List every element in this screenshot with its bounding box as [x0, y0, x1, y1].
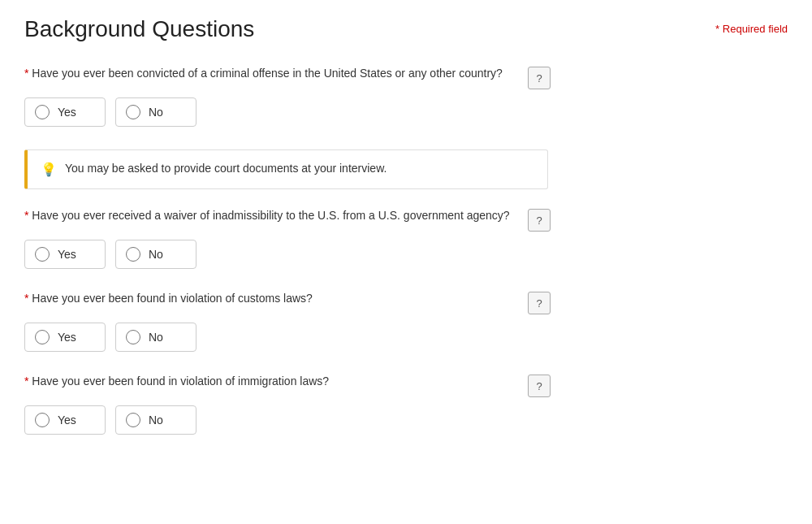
radio-input-no-1[interactable] — [126, 105, 140, 119]
radio-yes-label-4: Yes — [58, 414, 76, 427]
radio-no-4[interactable]: No — [115, 405, 197, 435]
radio-input-yes-3[interactable] — [35, 330, 50, 344]
radio-input-yes-2[interactable] — [35, 247, 50, 262]
lightbulb-icon: 💡 — [41, 162, 57, 177]
radio-yes-label-1: Yes — [58, 106, 76, 119]
question-block-1: * Have you ever been convicted of a crim… — [24, 67, 788, 127]
info-box: 💡 You may be asked to provide court docu… — [24, 149, 548, 189]
radio-yes-label-3: Yes — [58, 331, 76, 344]
question-label-2: Have you ever received a waiver of inadm… — [32, 209, 509, 222]
radio-input-yes-4[interactable] — [35, 413, 50, 427]
radio-yes-2[interactable]: Yes — [24, 240, 106, 269]
required-asterisk-3: * — [24, 292, 32, 305]
required-field-label: * Required field — [715, 23, 788, 35]
radio-no-label-1: No — [149, 106, 163, 119]
question-text-1: * Have you ever been convicted of a crim… — [24, 67, 520, 80]
question-block-3: * Have you ever been found in violation … — [24, 292, 788, 352]
question-label-3: Have you ever been found in violation of… — [32, 292, 313, 305]
required-asterisk-2: * — [24, 209, 32, 222]
help-button-3[interactable]: ? — [528, 292, 551, 314]
radio-yes-3[interactable]: Yes — [24, 323, 106, 352]
radio-group-3: Yes No — [24, 323, 788, 352]
help-button-2[interactable]: ? — [528, 209, 551, 232]
radio-group-1: Yes No — [24, 97, 788, 127]
radio-input-yes-1[interactable] — [35, 105, 50, 119]
radio-yes-label-2: Yes — [58, 248, 76, 261]
radio-no-2[interactable]: No — [115, 240, 197, 269]
radio-input-no-3[interactable] — [126, 330, 140, 344]
question-label-4: Have you ever been found in violation of… — [32, 375, 329, 388]
help-button-1[interactable]: ? — [528, 67, 551, 89]
radio-input-no-2[interactable] — [126, 247, 140, 262]
radio-no-label-2: No — [149, 248, 163, 261]
question-block-4: * Have you ever been found in violation … — [24, 375, 788, 435]
question-block-2: * Have you ever received a waiver of ina… — [24, 209, 788, 269]
radio-group-2: Yes No — [24, 240, 788, 269]
radio-yes-4[interactable]: Yes — [24, 405, 106, 435]
required-asterisk-4: * — [24, 375, 32, 388]
radio-input-no-4[interactable] — [126, 413, 140, 427]
radio-no-label-4: No — [149, 414, 163, 427]
required-asterisk-1: * — [24, 67, 32, 80]
page-title: Background Questions — [24, 16, 254, 42]
radio-no-1[interactable]: No — [115, 97, 197, 127]
info-box-text: You may be asked to provide court docume… — [65, 162, 387, 175]
radio-yes-1[interactable]: Yes — [24, 97, 106, 127]
question-text-3: * Have you ever been found in violation … — [24, 292, 520, 305]
question-text-4: * Have you ever been found in violation … — [24, 375, 520, 388]
question-label-1: Have you ever been convicted of a crimin… — [32, 67, 503, 80]
question-text-2: * Have you ever received a waiver of ina… — [24, 209, 520, 222]
radio-group-4: Yes No — [24, 405, 788, 435]
radio-no-3[interactable]: No — [115, 323, 197, 352]
radio-no-label-3: No — [149, 331, 163, 344]
help-button-4[interactable]: ? — [528, 375, 551, 397]
